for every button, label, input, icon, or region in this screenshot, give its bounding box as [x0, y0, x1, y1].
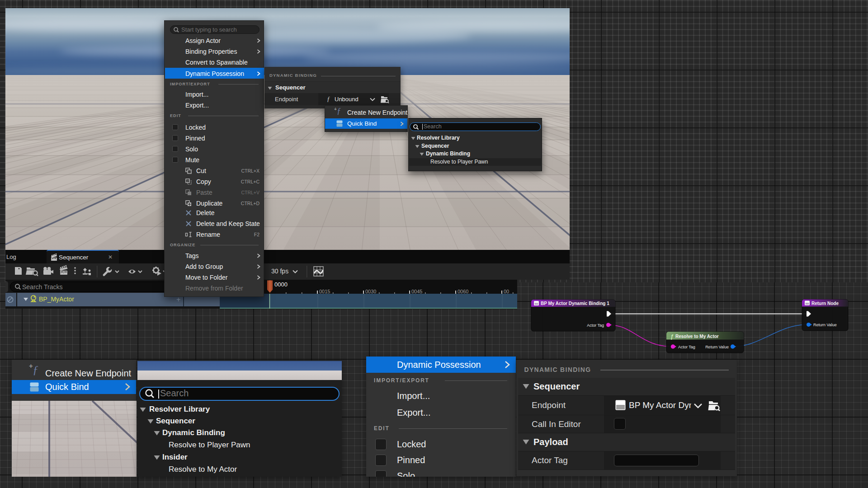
svg-text:Resolve to My Actor: Resolve to My Actor [675, 334, 719, 339]
svg-text:Return Value: Return Value [705, 345, 729, 349]
svg-text:Actor Tag: Actor Tag [678, 345, 695, 349]
svg-text:0000: 0000 [274, 281, 288, 288]
svg-text:0060: 0060 [458, 289, 468, 294]
svg-text:30 fps: 30 fps [271, 267, 288, 275]
svg-text:Return Value: Return Value [813, 323, 837, 327]
svg-text:Actor Tag: Actor Tag [587, 323, 604, 328]
svg-text:0045: 0045 [411, 289, 422, 294]
svg-text:0030: 0030 [365, 289, 376, 294]
svg-text:Return Node: Return Node [811, 301, 839, 306]
svg-text:00: 00 [504, 289, 509, 294]
svg-text:BP My Actor Dynamic Binding 1: BP My Actor Dynamic Binding 1 [541, 301, 609, 306]
svg-text:ƒ: ƒ [670, 333, 674, 340]
svg-text:0015: 0015 [319, 289, 330, 294]
